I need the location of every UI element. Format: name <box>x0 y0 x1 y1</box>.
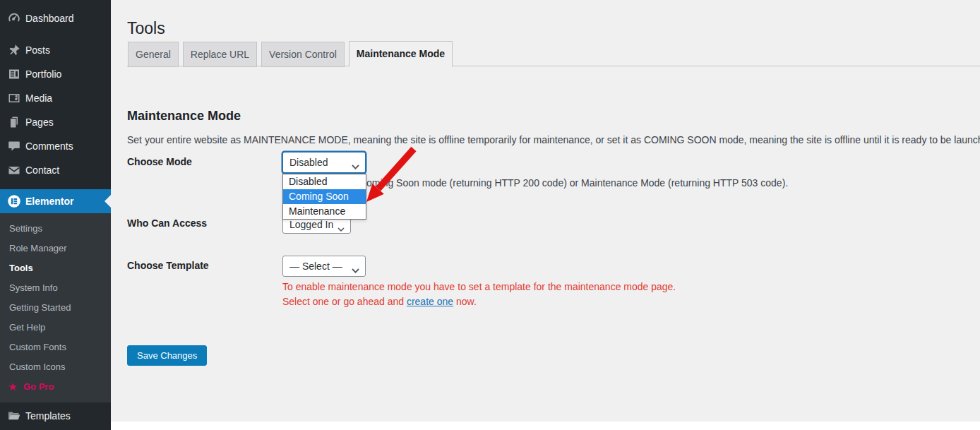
choose-template-label: Choose Template <box>127 260 209 271</box>
page-bottom-strip <box>111 422 980 430</box>
dashboard-icon <box>7 11 21 25</box>
admin-sidebar: Dashboard Posts Portfolio Media Pages Co… <box>0 0 111 430</box>
submenu-item-go-pro[interactable]: ★Go Pro <box>0 377 111 397</box>
sidebar-item-templates[interactable]: Templates <box>0 404 111 428</box>
chevron-down-icon <box>352 160 359 172</box>
create-one-link[interactable]: create one <box>407 296 453 307</box>
media-icon <box>7 91 21 105</box>
elementor-submenu: Settings Role Manager Tools System Info … <box>0 213 111 402</box>
sidebar-item-posts[interactable]: Posts <box>0 38 111 62</box>
elementor-icon <box>7 194 21 208</box>
chevron-down-icon <box>352 264 359 275</box>
option-maintenance[interactable]: Maintenance <box>283 204 366 219</box>
sidebar-item-comments[interactable]: Comments <box>0 134 111 158</box>
tab-maintenance-mode[interactable]: Maintenance Mode <box>349 41 453 67</box>
submenu-item-role-manager[interactable]: Role Manager <box>0 239 111 258</box>
submenu-item-custom-icons[interactable]: Custom Icons <box>0 357 111 377</box>
who-can-access-selected-value: Logged In <box>289 219 333 230</box>
sidebar-item-pages[interactable]: Pages <box>0 110 111 134</box>
sidebar-item-label: Templates <box>25 410 71 422</box>
star-icon: ★ <box>8 377 17 397</box>
submenu-item-system-info[interactable]: System Info <box>0 278 111 298</box>
sidebar-item-label: Contact <box>25 165 59 176</box>
submenu-item-settings[interactable]: Settings <box>0 219 111 239</box>
choose-template-select[interactable]: — Select — <box>282 256 366 277</box>
sidebar-item-contact[interactable]: Contact <box>0 158 111 182</box>
sidebar-item-label: Posts <box>25 44 50 56</box>
sidebar-item-label: Dashboard <box>25 13 74 24</box>
who-can-access-label: Who Can Access <box>127 217 207 229</box>
tab-version-control[interactable]: Version Control <box>261 42 345 67</box>
envelope-icon <box>7 163 21 177</box>
choose-template-selected-value: — Select — <box>289 261 342 272</box>
main-content: Tools GeneralReplace URLVersion ControlM… <box>111 0 980 430</box>
submenu-item-custom-fonts[interactable]: Custom Fonts <box>0 338 111 357</box>
chevron-down-icon <box>337 222 345 234</box>
sidebar-item-dashboard[interactable]: Dashboard <box>0 6 111 30</box>
portfolio-icon <box>7 67 21 81</box>
section-description: Set your entire website as MAINTENANCE M… <box>127 134 980 145</box>
submenu-item-get-help[interactable]: Get Help <box>0 318 111 338</box>
submenu-item-tools[interactable]: Tools <box>0 258 111 278</box>
option-disabled[interactable]: Disabled <box>283 174 366 189</box>
choose-mode-label: Choose Mode <box>127 156 192 167</box>
submenu-item-getting-started[interactable]: Getting Started <box>0 298 111 318</box>
sidebar-item-elementor[interactable]: Elementor <box>0 189 111 213</box>
sidebar-item-portfolio[interactable]: Portfolio <box>0 62 111 86</box>
choose-mode-options-panel: Disabled Coming Soon Maintenance <box>282 174 366 220</box>
sidebar-item-media[interactable]: Media <box>0 86 111 110</box>
comment-icon <box>7 139 21 153</box>
sidebar-item-label: Comments <box>25 141 73 152</box>
sidebar-item-label: Pages <box>25 117 54 128</box>
pushpin-icon <box>7 43 21 57</box>
sidebar-item-label: Media <box>25 92 52 104</box>
option-coming-soon[interactable]: Coming Soon <box>283 189 366 204</box>
sidebar-item-label: Elementor <box>25 196 73 207</box>
maintenance-template-warning: To enable maintenance mode you have to s… <box>282 281 676 292</box>
save-changes-button[interactable]: Save Changes <box>127 345 207 366</box>
tab-replace-url[interactable]: Replace URL <box>183 42 257 67</box>
tab-general[interactable]: General <box>128 42 179 67</box>
choose-mode-selected-value: Disabled <box>289 157 328 168</box>
tools-tabbar: GeneralReplace URLVersion ControlMainten… <box>127 41 980 66</box>
page-title: Tools <box>127 19 165 38</box>
section-heading: Maintenance Mode <box>127 109 241 124</box>
folder-icon <box>7 409 21 423</box>
pages-icon <box>7 115 21 129</box>
choose-mode-select[interactable]: Disabled <box>282 152 366 173</box>
sidebar-item-label: Portfolio <box>25 68 61 80</box>
maintenance-template-hint: Select one or go ahead and create one no… <box>282 296 477 307</box>
